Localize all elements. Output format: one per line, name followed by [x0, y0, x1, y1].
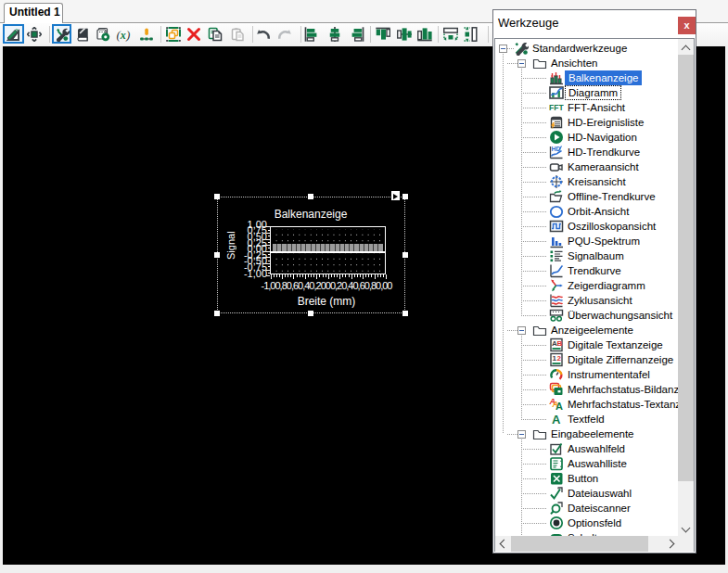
svg-text:A: A [552, 413, 561, 427]
svg-text:x: x [120, 29, 126, 42]
svg-text:B: B [557, 339, 563, 348]
svg-text:FFT: FFT [549, 103, 564, 112]
svg-text:2: 2 [557, 354, 562, 363]
svg-text:): ) [125, 28, 130, 42]
svg-text:A: A [556, 401, 563, 412]
